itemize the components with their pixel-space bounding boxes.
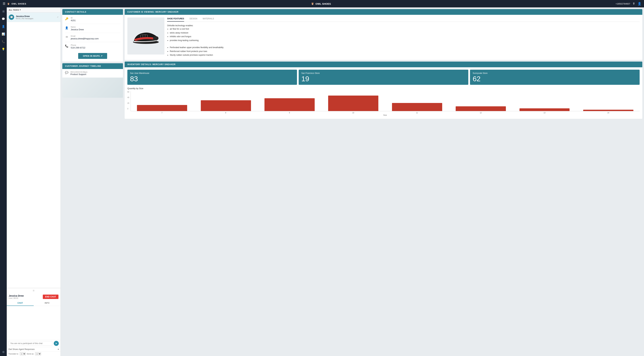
viewing-header: CUSTOMER IS VIEWING: MERCURY SNEAKER (125, 9, 642, 15)
nav-icon-phone[interactable]: 📞 (1, 39, 6, 44)
store-count-sj: 83 (130, 75, 294, 82)
nav-icon-settings[interactable]: ⚙ (2, 350, 5, 354)
feature-bullet: Reinforced rubber front protects your to… (170, 50, 640, 53)
brand-logo-icon: 🦉 (7, 2, 10, 5)
hamburger-icon[interactable]: ☰ (3, 2, 6, 5)
tab-design[interactable]: DESIGN (190, 17, 197, 21)
chart-bar (328, 96, 378, 111)
chart-bar-label: 7 (130, 112, 193, 114)
left-bottom-panel: ≡ Jessica Drew Live | 00:01 END CHAT CHA… (7, 288, 60, 356)
end-chat-button[interactable]: END CHAT (43, 295, 58, 299)
avatar-icon[interactable]: 👤 (638, 2, 641, 5)
open-maps-button[interactable]: OPEN IN MAPS ↗ (78, 53, 107, 59)
shoe-tabs: SHOE FEATURES DESIGN MATERIALS (167, 17, 640, 22)
all-tasks-label: ALL TASKS (9, 9, 19, 11)
feature-item: inhibits odor and fungus (170, 35, 640, 38)
field-id: 🔑 ID 4151 (65, 15, 120, 24)
viewing-body: SHOE FEATURES DESIGN MATERIALS Ortholite… (125, 15, 642, 60)
send-as-label: Send as: (27, 353, 34, 355)
inventory-card: INVENTORY DETAILS: MERCURY SNEAKER San J… (125, 62, 642, 119)
task-sub: 00:01 | No messages (16, 17, 33, 19)
chart-title: Quantity by Size (127, 87, 640, 90)
chart-bar (520, 108, 570, 111)
inventory-stores: San Jose Warehouse 83 San Francisco Stor… (125, 67, 642, 87)
journey-card: CUSTOMER JOURNEY TIMELINE 💬 09/11/2019 0… (62, 63, 123, 98)
id-label: ID (71, 17, 76, 19)
feature-bullet: Sturdy rubber outsole promises superior … (170, 53, 640, 57)
send-button[interactable]: ➤ (54, 341, 59, 346)
shoe-image (131, 24, 161, 48)
icon-nav: ⊞ 💬 👤 📊 📞 💡 ⚙ (0, 7, 7, 356)
tab-chat[interactable]: CHAT (7, 301, 34, 306)
translate-label: Translate to: (8, 353, 19, 355)
chat-tabs: CHAT INFO (7, 301, 60, 306)
nav-icon-grid[interactable]: ⊞ (2, 9, 5, 14)
store-box-sf: San Francisco Store 19 (299, 70, 468, 85)
content-area: CONTACT DETAILS 🔑 ID 4151 👤 (61, 7, 644, 356)
contact-header: Jessica Drew Live | 00:01 END CHAT (7, 293, 60, 301)
contact-details-header: CONTACT DETAILS (62, 9, 123, 15)
chart-bar (137, 105, 187, 111)
chart-bar (583, 110, 634, 111)
journey-icon: 💬 (65, 71, 68, 74)
dropdown-arrow-icon: ▾ (58, 348, 59, 351)
center-logo-icon: 🦉 (311, 2, 314, 5)
feature-bullet: Perforated leather upper provides flexib… (170, 46, 640, 49)
shoe-image-box (127, 17, 164, 54)
name-label: Name (71, 26, 84, 28)
chart-bar (392, 103, 442, 111)
tab-materials[interactable]: MATERIALS (203, 17, 214, 21)
agent-responses-bar[interactable]: Owl Shoes Agent Responses ▾ (7, 347, 60, 352)
contact-status: Live | 00:01 (9, 297, 24, 299)
field-name: 👤 Name Jessica Drew (65, 24, 120, 33)
microphone-icon[interactable]: 🎙 (632, 2, 635, 5)
email-icon: ✉ (65, 35, 68, 38)
journey-label: Product Support (70, 73, 88, 76)
chart-bar-label: 11 (386, 112, 448, 114)
nav-icon-user[interactable]: 👤 (1, 24, 6, 29)
field-email: ✉ Email jessica.drew@hspycorp.com (65, 33, 120, 42)
chart-bar-label: 10 (322, 112, 384, 114)
store-count-sv: 62 (473, 75, 637, 82)
chevron-down-icon: ▾ (20, 9, 21, 11)
chart-y-40: 40 (127, 97, 129, 98)
viewing-card: CUSTOMER IS VIEWING: MERCURY SNEAKER (125, 9, 642, 60)
send-as-select[interactable]: ↕ (35, 352, 41, 355)
contact-fields: 🔑 ID 4151 👤 Name Jessica Drew (62, 15, 123, 51)
tab-info[interactable]: INFO (34, 301, 61, 306)
tab-shoe-features[interactable]: SHOE FEATURES (167, 17, 184, 21)
store-box-sj: San Jose Warehouse 83 (127, 70, 297, 85)
drag-handle: ≡ (7, 288, 60, 293)
all-tasks-bar[interactable]: ALL TASKS ▾ (7, 7, 60, 12)
task-avatar: 💬 (9, 14, 14, 20)
store-name-sv: Sunnyvale Store (473, 72, 637, 74)
cursor-icon: ↗ (57, 16, 58, 18)
phone-number: +16502784607 (616, 2, 630, 5)
chart-xlabel: Size (130, 114, 640, 116)
phone-value: 518-299-8722 (71, 46, 86, 49)
features-intro: Ortholite technology enables: (167, 24, 640, 27)
store-name-sj: San Jose Warehouse (130, 72, 294, 74)
key-icon: 🔑 (65, 17, 68, 20)
chat-input[interactable] (8, 341, 52, 346)
chart-bar-label: 8 (194, 112, 257, 114)
nav-icon-lightbulb[interactable]: 💡 (1, 47, 6, 51)
nav-icon-chart[interactable]: 📊 (1, 32, 6, 36)
chart-y-20: 20 (127, 102, 129, 104)
inventory-header: INVENTORY DETAILS: MERCURY SNEAKER (125, 62, 642, 67)
chart-section: Quantity by Size 60 40 20 0 (125, 87, 642, 119)
store-count-sf: 19 (301, 75, 466, 82)
task-list: 💬 Jessica Drew 00:01 | No messages ↗ (7, 12, 60, 288)
feature-item: air flow for a cool foot (170, 27, 640, 31)
id-value: 4151 (71, 19, 76, 22)
journey-entry: 💬 09/11/2019 03:06pm Product Support (62, 69, 123, 78)
translate-select[interactable]: ↕ (20, 352, 26, 355)
task-item[interactable]: 💬 Jessica Drew 00:01 | No messages ↗ (7, 12, 60, 22)
phone-icon: 📞 (65, 44, 68, 48)
chart-bar (201, 100, 251, 111)
chart-y-60: 60 (127, 91, 129, 93)
chat-input-row: ➤ (7, 340, 60, 347)
email-label: Email (71, 35, 99, 37)
brand-name: OWL SHOES (12, 2, 26, 5)
nav-icon-chat[interactable]: 💬 (1, 17, 6, 21)
